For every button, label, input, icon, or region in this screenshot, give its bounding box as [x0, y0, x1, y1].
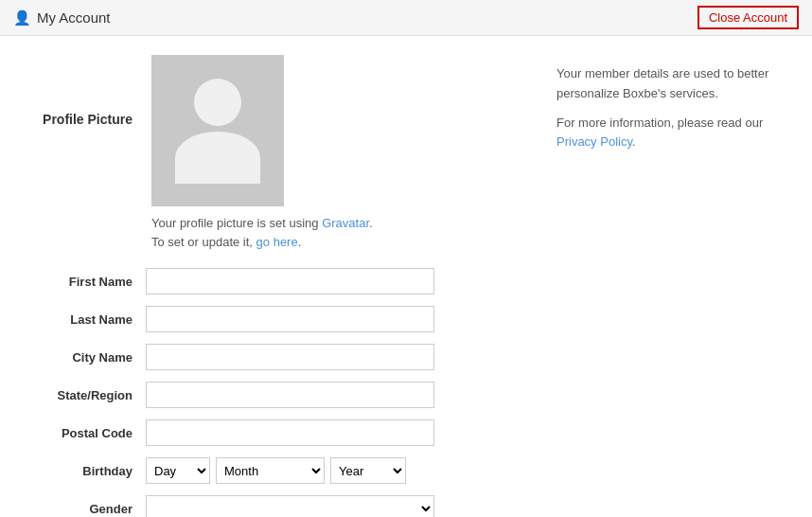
go-here-link[interactable]: go here	[256, 235, 298, 249]
postal-code-row: Postal Code	[28, 419, 519, 446]
avatar-head	[194, 79, 241, 126]
state-region-label: State/Region	[28, 388, 132, 402]
birthday-row: Birthday Day1234567891011121314151617181…	[28, 457, 519, 484]
header: 👤 My Account Close Account	[0, 0, 812, 36]
postal-code-label: Postal Code	[28, 426, 132, 440]
city-name-label: City Name	[28, 350, 132, 365]
page-title: My Account	[37, 9, 111, 26]
day-select[interactable]: Day1234567891011121314151617181920212223…	[146, 457, 210, 484]
gravatar-link[interactable]: Gravatar	[322, 216, 369, 230]
gender-select[interactable]: MaleFemaleOtherPrefer not to say	[146, 495, 434, 517]
last-name-row: Last Name	[28, 306, 519, 332]
user-icon: 👤	[13, 9, 31, 27]
first-name-input[interactable]	[146, 268, 434, 294]
info-para1: Your member details are used to better p…	[556, 64, 784, 104]
header-left: 👤 My Account	[13, 9, 111, 27]
first-name-row: First Name	[28, 268, 519, 294]
privacy-policy-link[interactable]: Privacy Policy	[556, 134, 632, 149]
close-account-button[interactable]: Close Account	[697, 6, 799, 29]
info-para2: For more information, please read our Pr…	[556, 114, 784, 153]
form-area: Profile Picture Your profile picture is …	[28, 55, 519, 517]
profile-picture-row: Profile Picture Your profile picture is …	[28, 55, 519, 251]
avatar-icon	[175, 79, 260, 184]
last-name-input[interactable]	[146, 306, 434, 332]
birthday-label: Birthday	[28, 464, 132, 478]
avatar-body	[175, 132, 260, 184]
avatar	[151, 55, 284, 206]
profile-picture-label: Profile Picture	[28, 55, 132, 127]
info-area: Your member details are used to better p…	[556, 55, 784, 517]
main-content: Profile Picture Your profile picture is …	[0, 36, 812, 517]
state-region-input[interactable]	[146, 382, 434, 408]
postal-code-input[interactable]	[146, 419, 434, 446]
first-name-label: First Name	[28, 275, 132, 289]
profile-picture-caption: Your profile picture is set using Gravat…	[151, 214, 373, 251]
year-select[interactable]: Year20242023202220102000199019801970	[330, 457, 406, 484]
month-select[interactable]: MonthJanuaryFebruaryMarchAprilMayJuneJul…	[216, 457, 325, 484]
birthday-selects: Day1234567891011121314151617181920212223…	[146, 457, 406, 484]
last-name-label: Last Name	[28, 312, 132, 327]
state-region-row: State/Region	[28, 382, 519, 408]
profile-picture-content: Your profile picture is set using Gravat…	[151, 55, 373, 251]
city-name-input[interactable]	[146, 344, 434, 370]
city-name-row: City Name	[28, 344, 519, 370]
gender-label: Gender	[28, 502, 132, 516]
gender-row: Gender MaleFemaleOtherPrefer not to say	[28, 495, 519, 517]
